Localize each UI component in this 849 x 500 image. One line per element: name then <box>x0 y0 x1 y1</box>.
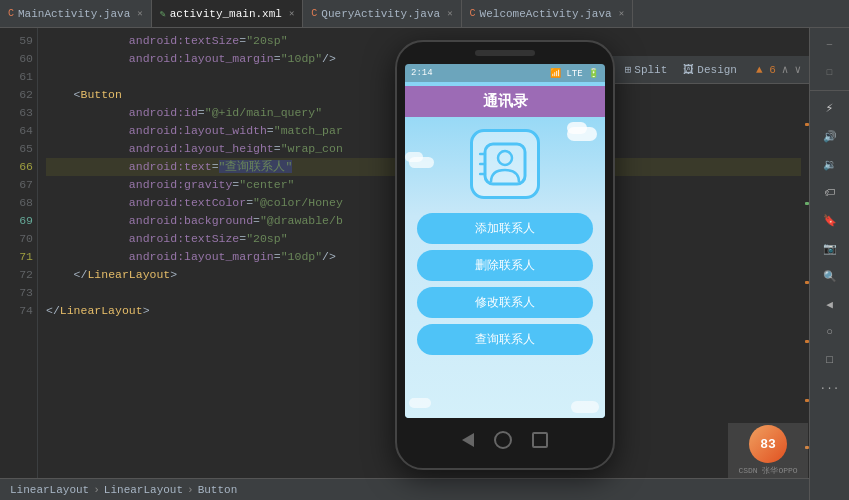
contact-icon <box>470 129 540 199</box>
line-num: 63 <box>0 104 33 122</box>
java-icon: C <box>470 8 476 19</box>
tag-icon[interactable]: 🏷 <box>815 179 845 205</box>
line-numbers: 59 60 61 62 63 64 65 66 67 68 69 70 71 7… <box>0 28 38 478</box>
split-label: Split <box>634 64 667 76</box>
scroll-marker <box>805 281 809 284</box>
cloud-5 <box>409 398 431 408</box>
line-num: 73 <box>0 284 33 302</box>
tab-queryactivity[interactable]: C QueryActivity.java ✕ <box>303 0 461 27</box>
power-icon[interactable]: ⚡ <box>815 95 845 121</box>
tab-close-icon[interactable]: ✕ <box>289 8 294 19</box>
tab-label: WelcomeActivity.java <box>480 8 612 20</box>
phone-screen: 2:14 📶 LTE 🔋 通讯录 <box>405 64 605 418</box>
tab-welcomeactivity[interactable]: C WelcomeActivity.java ✕ <box>462 0 633 27</box>
tab-mainactivity[interactable]: C MainActivity.java ✕ <box>0 0 152 27</box>
tab-close-icon[interactable]: ✕ <box>619 8 624 19</box>
circle-icon[interactable]: ○ <box>815 319 845 345</box>
square-icon[interactable]: □ <box>815 347 845 373</box>
line-num: 61 <box>0 68 33 86</box>
camera-icon[interactable]: 📷 <box>815 235 845 261</box>
cloud-6 <box>571 401 599 413</box>
line-num: 65 <box>0 140 33 158</box>
app-body: 添加联系人 删除联系人 修改联系人 查询联系人 <box>405 117 605 418</box>
tab-label: QueryActivity.java <box>321 8 440 20</box>
tab-bar: C MainActivity.java ✕ ✎ activity_main.xm… <box>0 0 849 28</box>
scroll-marker <box>805 123 809 126</box>
line-num: 74 <box>0 302 33 320</box>
minimize-icon[interactable]: — <box>815 32 845 58</box>
line-num: 62 <box>0 86 33 104</box>
tab-label: activity_main.xml <box>170 8 282 20</box>
add-contact-button[interactable]: 添加联系人 <box>417 213 593 244</box>
line-num: 71 <box>0 248 33 266</box>
phone-speaker <box>475 50 535 56</box>
design-label: Design <box>697 64 737 76</box>
line-num: 67 <box>0 176 33 194</box>
warning-badge: ▲ 6 <box>756 64 776 76</box>
app-title: 通讯录 <box>483 92 528 109</box>
divider <box>810 90 849 91</box>
line-num: 72 <box>0 266 33 284</box>
split-view-button[interactable]: ⊞ Split <box>620 62 673 77</box>
split-icon: ⊞ <box>625 63 632 76</box>
phone-frame: 2:14 📶 LTE 🔋 通讯录 <box>395 40 615 470</box>
line-num: 70 <box>0 230 33 248</box>
phone-mockup: 2:14 📶 LTE 🔋 通讯录 <box>395 40 615 470</box>
delete-contact-button[interactable]: 删除联系人 <box>417 250 593 281</box>
design-icon: 🖼 <box>683 63 694 76</box>
volume-low-icon[interactable]: 🔉 <box>815 151 845 177</box>
cloud-4 <box>405 152 423 162</box>
status-icons: 📶 LTE 🔋 <box>550 68 599 79</box>
csdn-badge: 83 CSDN 张华OPPO <box>728 423 808 478</box>
phone-bottom-nav <box>397 422 613 458</box>
expand-icon[interactable]: ∧ <box>782 63 789 76</box>
xml-icon: ✎ <box>160 8 166 20</box>
csdn-logo: 83 <box>749 425 787 463</box>
line-num: 59 <box>0 32 33 50</box>
bookmark-icon[interactable]: 🔖 <box>815 207 845 233</box>
line-num: 64 <box>0 122 33 140</box>
back-button[interactable] <box>462 433 474 447</box>
phone-status-bar: 2:14 📶 LTE 🔋 <box>405 64 605 82</box>
more-icon[interactable]: ··· <box>815 375 845 401</box>
collapse-icon[interactable]: ∨ <box>794 63 801 76</box>
scroll-marker <box>805 399 809 402</box>
breadcrumb: LinearLayout › LinearLayout › Button <box>0 478 809 500</box>
restore-icon[interactable]: □ <box>815 60 845 86</box>
scroll-marker <box>805 202 809 205</box>
line-num: 66 <box>0 158 33 176</box>
breadcrumb-item[interactable]: Button <box>198 484 238 496</box>
breadcrumb-item[interactable]: LinearLayout <box>10 484 89 496</box>
zoom-icon[interactable]: 🔍 <box>815 263 845 289</box>
tab-activitymain[interactable]: ✎ activity_main.xml ✕ <box>152 0 304 27</box>
breadcrumb-separator: › <box>187 484 194 496</box>
design-view-button[interactable]: 🖼 Design <box>678 62 742 77</box>
recents-button[interactable] <box>532 432 548 448</box>
csdn-label: CSDN 张华OPPO <box>738 465 797 476</box>
tab-close-icon[interactable]: ✕ <box>137 8 142 19</box>
breadcrumb-item[interactable]: LinearLayout <box>104 484 183 496</box>
line-num: 60 <box>0 50 33 68</box>
right-panel: — □ ⚡ 🔊 🔉 🏷 🔖 📷 🔍 ◀ ○ □ ··· <box>809 28 849 500</box>
volume-high-icon[interactable]: 🔊 <box>815 123 845 149</box>
query-contact-button[interactable]: 查询联系人 <box>417 324 593 355</box>
edit-contact-button[interactable]: 修改联系人 <box>417 287 593 318</box>
svg-point-4 <box>498 151 512 165</box>
main-area: 59 60 61 62 63 64 65 66 67 68 69 70 71 7… <box>0 28 849 500</box>
app-title-bar: 通讯录 <box>405 86 605 117</box>
home-button[interactable] <box>494 431 512 449</box>
java-icon: C <box>311 8 317 19</box>
scroll-markers <box>803 84 809 478</box>
contact-svg <box>479 138 531 190</box>
java-icon: C <box>8 8 14 19</box>
back-nav-icon[interactable]: ◀ <box>815 291 845 317</box>
status-time: 2:14 <box>411 68 433 78</box>
phone-app-content: 通讯录 <box>405 82 605 418</box>
line-num: 69 <box>0 212 33 230</box>
scroll-marker <box>805 340 809 343</box>
breadcrumb-separator: › <box>93 484 100 496</box>
cloud-2 <box>567 122 587 134</box>
tab-label: MainActivity.java <box>18 8 130 20</box>
line-num: 68 <box>0 194 33 212</box>
tab-close-icon[interactable]: ✕ <box>447 8 452 19</box>
